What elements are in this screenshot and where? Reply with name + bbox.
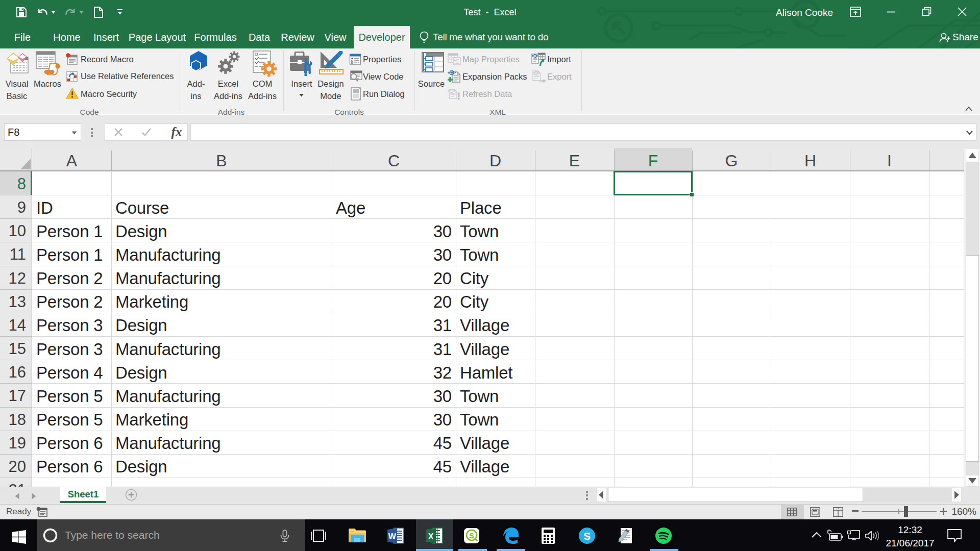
svg-text:S: S — [469, 531, 474, 540]
svg-text:X: X — [428, 532, 434, 541]
svg-text:W: W — [388, 532, 397, 541]
svg-text:S: S — [583, 530, 591, 542]
